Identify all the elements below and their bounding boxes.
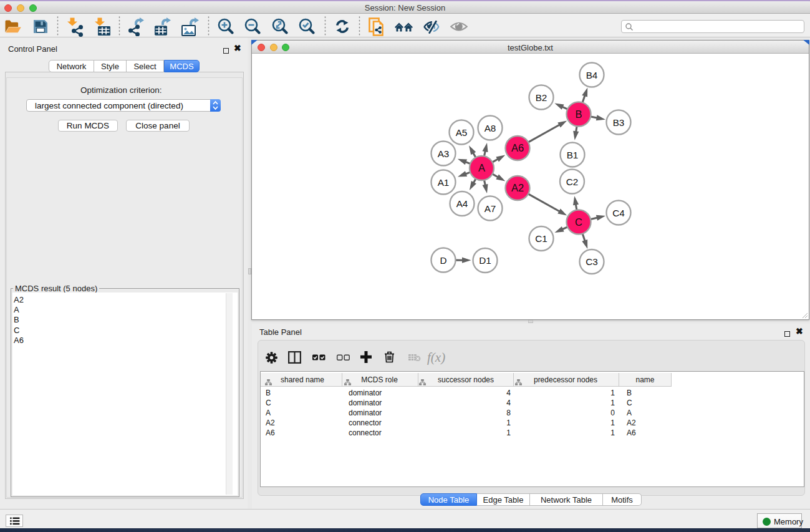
- svg-text:C: C: [575, 216, 582, 228]
- svg-text:B4: B4: [586, 70, 598, 80]
- svg-text:B3: B3: [613, 117, 625, 128]
- svg-text:B: B: [575, 109, 582, 120]
- svg-text:A4: A4: [456, 198, 468, 209]
- svg-text:C3: C3: [586, 256, 598, 267]
- svg-text:B1: B1: [567, 150, 579, 160]
- svg-text:A7: A7: [485, 203, 496, 214]
- svg-text:C1: C1: [535, 233, 547, 244]
- svg-text:C2: C2: [566, 177, 579, 187]
- svg-text:A5: A5: [456, 127, 468, 138]
- svg-text:D: D: [440, 255, 446, 266]
- svg-text:A2: A2: [511, 182, 524, 193]
- svg-text:D1: D1: [479, 255, 491, 266]
- svg-text:A1: A1: [438, 177, 450, 188]
- svg-text:C4: C4: [612, 208, 625, 218]
- svg-text:A: A: [478, 162, 485, 173]
- svg-text:A6: A6: [511, 142, 524, 153]
- svg-text:B2: B2: [536, 92, 547, 103]
- svg-text:A8: A8: [485, 123, 496, 133]
- svg-text:A3: A3: [438, 148, 450, 159]
